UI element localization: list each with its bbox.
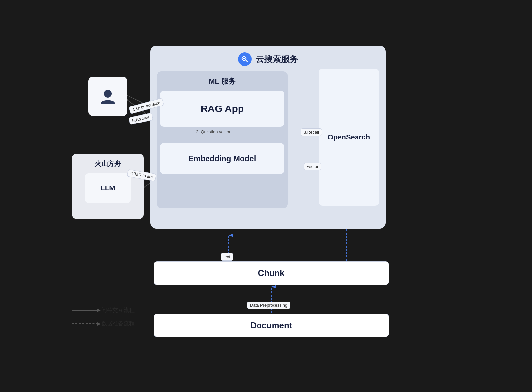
embedding-title: Embedding Model: [189, 154, 256, 163]
legend-dashed-item: 数据准备流程: [72, 320, 135, 327]
data-preprocessing-label: Data Preprocessing: [247, 302, 290, 309]
rag-app-box: RAG App: [160, 91, 284, 127]
opensearch-box: OpenSearch: [319, 69, 379, 206]
cloud-search-icon: [238, 52, 252, 66]
rag-app-title: RAG App: [201, 103, 244, 114]
huoshan-title: 火山方舟: [95, 159, 121, 168]
diagram-container: 云搜索服务 ML 服务 RAG App 2. Question vector E…: [33, 26, 497, 366]
answer-label: 5.Answer: [128, 113, 153, 125]
question-vector-label: 2. Question vector: [196, 129, 231, 134]
text-label: text: [221, 253, 233, 261]
huoshan-box: 火山方舟 LLM: [72, 154, 144, 219]
chunk-box: Chunk: [154, 261, 389, 285]
ml-service-title: ML 服务: [162, 76, 282, 86]
vector-label: vector: [304, 163, 321, 170]
embedding-model-box: Embedding Model: [160, 143, 284, 174]
user-icon: [98, 87, 118, 106]
legend: 问答交互流程 数据准备流程: [72, 306, 135, 333]
legend-solid-label: 问答交互流程: [101, 306, 135, 314]
user-box: [88, 77, 127, 116]
ml-service-box: ML 服务 RAG App 2. Question vector Embeddi…: [157, 71, 288, 208]
cloud-service-header: 云搜索服务: [157, 52, 379, 66]
document-title: Document: [250, 320, 292, 331]
svg-line-12: [246, 60, 248, 62]
cloud-service-title: 云搜索服务: [256, 54, 298, 65]
document-box: Document: [154, 314, 389, 337]
svg-point-15: [104, 90, 112, 98]
cloud-service-box: 云搜索服务 ML 服务 RAG App 2. Question vector E…: [150, 46, 386, 229]
legend-dashed-label: 数据准备流程: [101, 320, 135, 327]
legend-solid-line: [72, 310, 98, 311]
recall-label: 3.Recall: [301, 128, 322, 136]
legend-solid-item: 问答交互流程: [72, 306, 135, 314]
llm-title: LLM: [100, 184, 115, 192]
chunk-title: Chunk: [258, 268, 285, 278]
opensearch-title: OpenSearch: [328, 133, 370, 141]
llm-box: LLM: [85, 173, 131, 203]
legend-dashed-line: [72, 323, 98, 324]
